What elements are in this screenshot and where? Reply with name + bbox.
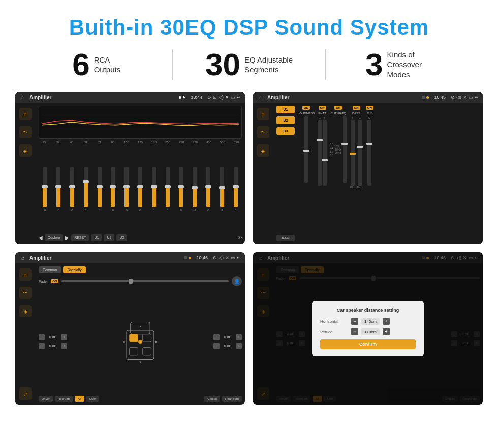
prev-button[interactable]: ◀ — [39, 235, 43, 241]
cutfreq-slider[interactable] — [343, 116, 347, 183]
freq-160: 160 — [149, 141, 159, 144]
confirm-button[interactable]: Confirm — [320, 339, 416, 349]
sub-slider[interactable] — [367, 120, 371, 186]
eq-controls: ◀ Custom ▶ RESET U1 U2 U3 ≫ — [39, 234, 242, 241]
expand-icon-3[interactable]: ⤢ — [19, 387, 32, 400]
eq-slider-1[interactable]: 0 — [39, 167, 51, 212]
sub-on[interactable]: ON — [366, 106, 374, 110]
bass-g-slider[interactable] — [358, 120, 362, 186]
reset-crossover[interactable]: RESET — [276, 235, 295, 241]
eq-slider-9[interactable]: 0 — [147, 167, 160, 212]
fader-on-toggle[interactable]: ON — [51, 279, 58, 283]
freq-320: 320 — [191, 141, 200, 144]
cutfreq-freq3: 60Hz — [335, 151, 341, 154]
vol-rr-plus[interactable]: + — [236, 343, 242, 349]
eq-slider-11[interactable]: 0 — [175, 167, 188, 212]
preset-u3[interactable]: U3 — [276, 127, 295, 135]
wave-icon-3[interactable]: 〜 — [19, 287, 32, 299]
preset-u2[interactable]: U2 — [276, 116, 295, 124]
cutfreq-on[interactable]: ON — [334, 106, 342, 110]
rear-left-btn[interactable]: RearLeft — [55, 396, 73, 402]
eq-slider-14[interactable]: -1 — [215, 167, 228, 212]
loudness-label: LOUDNESS — [298, 112, 315, 115]
horizontal-minus[interactable]: − — [351, 318, 358, 325]
u2-button[interactable]: U2 — [104, 234, 114, 241]
fader-track[interactable] — [61, 280, 229, 282]
bass-on[interactable]: ON — [353, 106, 360, 110]
phat-f-slider[interactable] — [323, 120, 327, 186]
speaker-icon-2[interactable]: ◈ — [257, 144, 269, 157]
loudness-on[interactable]: ON — [302, 106, 310, 110]
freq-50: 50 — [81, 141, 90, 144]
horizontal-plus[interactable]: + — [383, 318, 390, 325]
user-btn[interactable]: User — [86, 396, 99, 402]
svg-text:▼: ▼ — [139, 360, 142, 364]
eq-slider-8[interactable]: 0 — [134, 167, 147, 212]
eq-slider-13[interactable]: 0 — [202, 167, 215, 212]
eq-slider-10[interactable]: 0 — [161, 167, 174, 212]
reset-button[interactable]: RESET — [71, 234, 89, 241]
loudness-slider[interactable] — [304, 116, 308, 183]
speaker-icon-3[interactable]: ◈ — [19, 305, 32, 317]
eq-graph — [39, 106, 242, 139]
eq-slider-5[interactable]: 0 — [93, 167, 106, 212]
fader-row: Fader ON 👤 — [39, 276, 242, 286]
crossover-channels: ON LOUDNESS ON PHAT — [298, 106, 480, 241]
bottom-controls-3: Driver RearLeft All User Copilot RearRig… — [39, 396, 242, 402]
vol-rl-minus[interactable]: − — [39, 343, 45, 349]
freq-630: 630 — [232, 141, 241, 144]
vol-rl-value: 0 dB — [46, 344, 60, 348]
horizontal-label: Horizontal — [320, 319, 348, 324]
vol-fl-minus[interactable]: − — [39, 334, 45, 340]
vol-fr-plus[interactable]: + — [236, 334, 242, 340]
wave-icon-1[interactable]: 〜 — [19, 126, 32, 138]
driver-btn[interactable]: Driver — [39, 396, 53, 402]
vol-fr-minus[interactable]: − — [213, 334, 220, 340]
speaker-icon-1[interactable]: ◈ — [19, 144, 32, 157]
rear-right-btn[interactable]: RearRight — [222, 396, 242, 402]
vertical-minus[interactable]: − — [351, 328, 358, 335]
stat-rca-number: 6 — [72, 49, 89, 80]
next-button[interactable]: ▶ — [65, 235, 69, 241]
freq-25: 25 — [40, 141, 49, 144]
eq-slider-12[interactable]: -1 — [189, 167, 201, 212]
freq-40: 40 — [67, 141, 76, 144]
eq-slider-7[interactable]: 0 — [120, 167, 133, 212]
eq-slider-3[interactable]: 0 — [66, 167, 79, 212]
home-icon-2: ⌂ — [257, 94, 264, 101]
u1-button[interactable]: U1 — [91, 234, 102, 241]
tab-specialty[interactable]: Specialty — [63, 266, 85, 273]
eq-icon-3[interactable]: ≡ — [19, 268, 32, 281]
stat-rca: 6 RCAOutputs — [25, 49, 167, 80]
eq-slider-6[interactable]: 0 — [107, 167, 119, 212]
window-icon-3: ▭ — [231, 255, 235, 260]
phat-g-slider[interactable] — [318, 120, 322, 186]
vol-rl-plus[interactable]: + — [61, 343, 67, 349]
dialog-vertical-row: Vertical − 110cm + — [320, 328, 416, 335]
preset-u1[interactable]: U1 — [276, 106, 295, 113]
vertical-plus[interactable]: + — [383, 328, 390, 335]
vol-rr-minus[interactable]: − — [213, 343, 220, 349]
eq-slider-2[interactable]: 0 — [52, 167, 65, 212]
status-bar-2: ⌂ Amplifier 10:45 ⊙ ◁) ✕ ▭ ↩ — [253, 92, 483, 103]
close-icon-2: ✕ — [463, 95, 467, 100]
vol-fl-plus[interactable]: + — [61, 334, 67, 340]
dialog-box: Car speaker distance setting Horizontal … — [312, 301, 424, 356]
vol-row-rl: − 0 dB + — [39, 343, 67, 349]
eq-icon-1[interactable]: ≡ — [19, 108, 32, 120]
close-icon-1: ✕ — [225, 95, 229, 100]
copilot-btn[interactable]: Copilot — [204, 396, 220, 402]
all-btn[interactable]: All — [75, 396, 84, 402]
horizontal-value: 140cm — [361, 318, 380, 325]
screen-crossover-card: ⌂ Amplifier 10:45 ⊙ ◁) ✕ ▭ ↩ ≡ 〜 — [253, 92, 483, 244]
freq-500: 500 — [218, 141, 227, 144]
u3-button[interactable]: U3 — [116, 234, 127, 241]
wave-icon-2[interactable]: 〜 — [257, 126, 269, 138]
tab-common[interactable]: Common — [39, 266, 61, 273]
eq-icon-2[interactable]: ≡ — [257, 108, 269, 120]
phat-on[interactable]: ON — [319, 106, 326, 110]
fader-handle[interactable] — [129, 279, 133, 284]
bass-f-slider[interactable] — [351, 120, 355, 186]
eq-slider-4[interactable]: 5 — [79, 167, 92, 212]
eq-slider-15[interactable]: 0 — [229, 167, 242, 212]
